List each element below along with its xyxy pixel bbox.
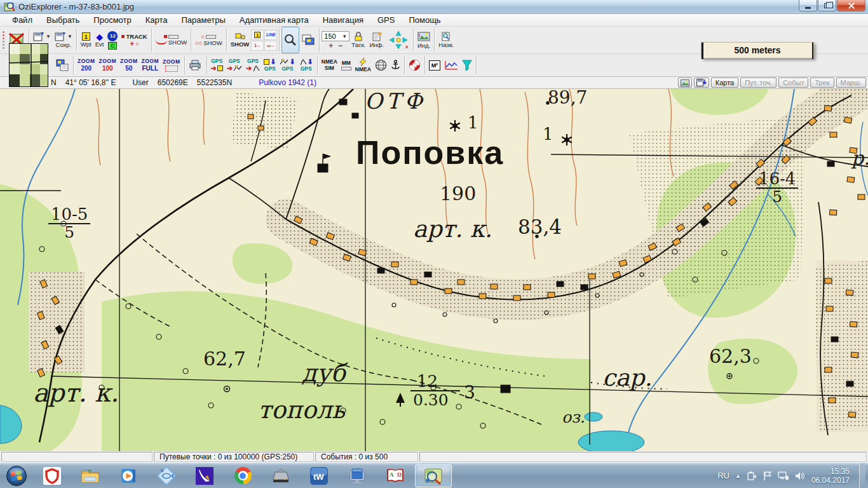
wave-icon xyxy=(156,40,167,44)
get-tracks-gps-button[interactable]: ⬇ GPS xyxy=(297,54,315,76)
send-waypoints-gps-button[interactable]: GPS ➔ xyxy=(209,54,225,76)
ball-track-button[interactable]: 12 C xyxy=(105,27,119,53)
menu-help[interactable]: Помощь xyxy=(402,14,447,26)
close-button[interactable] xyxy=(837,0,865,11)
zoom-50-button[interactable]: ZOOM50 xyxy=(118,54,140,76)
show-waypoints-button[interactable]: SHOW xyxy=(229,27,252,53)
taskbar-pen-app-button[interactable] xyxy=(186,464,223,487)
zoom-200-button[interactable]: ZOOM200 xyxy=(76,54,97,76)
waypoint-button[interactable]: 1 Wpt xyxy=(79,27,93,53)
menu-view[interactable]: Просмотр xyxy=(86,14,138,26)
image-options-button[interactable] xyxy=(678,78,692,88)
menu-options[interactable]: Параметры xyxy=(175,14,233,26)
info-button[interactable]: Инф. xyxy=(368,27,386,53)
map-canvas[interactable]: ОТФ 1 Поповка 190 арт. к. 83,4 89,7 1 16… xyxy=(0,89,868,451)
menu-map[interactable]: Карта xyxy=(139,14,175,26)
taskbar-projector-button[interactable] xyxy=(262,464,299,487)
taskbar-dictionary-button[interactable]: AΩ xyxy=(377,464,414,487)
zoom-select-button[interactable]: ZOOM xyxy=(161,54,182,76)
send-routes-gps-button[interactable]: GPS ➔ xyxy=(225,54,244,76)
taskbar-antivirus-button[interactable] xyxy=(34,464,71,487)
route-tab-button[interactable]: Марш. xyxy=(836,78,866,88)
save-button[interactable]: ▼ Сохр. xyxy=(53,27,74,53)
map-label-dub: дуб xyxy=(302,361,346,385)
track-bar-icon xyxy=(168,35,179,39)
nmea-simulator-button[interactable]: NMEA SIM xyxy=(320,54,339,76)
scale-one-button[interactable]: 1↔ xyxy=(251,41,264,51)
menu-select[interactable]: Выбрать xyxy=(39,14,86,26)
menu-navigation[interactable]: Навигация xyxy=(316,14,370,26)
map-label-elev-190: 190 xyxy=(440,184,476,203)
taskbar-keyboard-button[interactable] xyxy=(339,464,376,487)
line-button[interactable]: LINE xyxy=(264,30,277,40)
show-desktop-button[interactable] xyxy=(859,463,865,488)
hidden-icons-button[interactable]: ▲ xyxy=(735,473,741,479)
pan-arrows-button[interactable]: x xyxy=(386,27,411,53)
moving-map-button[interactable]: MM xyxy=(339,54,353,76)
minimize-button[interactable] xyxy=(799,0,817,11)
get-waypoints-gps-button[interactable]: ⬇ GPS xyxy=(262,54,278,76)
taskbar-chrome-button[interactable] xyxy=(224,464,261,487)
menu-file[interactable]: Файл xyxy=(5,14,39,26)
taskbar-explorer-button[interactable] xyxy=(72,464,109,487)
statusbar-waypoints: Путевые точки : 0 из 100000 (GPS:250) xyxy=(154,452,314,462)
save-position-button[interactable] xyxy=(694,78,709,88)
language-indicator[interactable]: RU xyxy=(717,471,729,480)
c-icon: C xyxy=(108,42,117,50)
map-label-tree-data: 12 0.30 3 xyxy=(410,373,460,409)
taskbar-clock[interactable]: 15:35 06.04.2017 xyxy=(811,467,853,485)
statusbar-empty xyxy=(1,452,153,462)
events-tab-button[interactable]: Событ xyxy=(778,78,808,88)
safely-remove-icon[interactable] xyxy=(747,471,757,481)
task-button[interactable]: Таск. xyxy=(349,27,367,53)
chrome-icon xyxy=(234,467,252,484)
track-tab-button[interactable]: Трек xyxy=(810,78,834,88)
mob-button[interactable] xyxy=(407,54,423,76)
start-button[interactable] xyxy=(0,463,33,488)
windows-logo-icon xyxy=(6,465,27,487)
chart-icon xyxy=(444,60,458,71)
altitude-profile-button[interactable] xyxy=(442,54,460,76)
folder-icon xyxy=(81,468,100,484)
map-copy-button[interactable] xyxy=(299,27,317,53)
event-button[interactable]: ◆ Evt xyxy=(93,27,106,53)
volume-icon[interactable] xyxy=(795,471,806,481)
page-one-button[interactable]: 1 xyxy=(251,30,264,40)
send-tracks-gps-button[interactable]: GPS ➔ xyxy=(244,54,262,76)
toolbar-grip[interactable] xyxy=(0,27,6,53)
scale-bar-button[interactable]: ▭↔ xyxy=(264,41,277,51)
menu-adaptive-map[interactable]: Адаптивная карта xyxy=(233,14,316,26)
area-measure-button[interactable]: M² xyxy=(427,54,442,76)
show-points-button[interactable]: ○ ○○SHOW xyxy=(193,27,224,53)
network-icon[interactable] xyxy=(778,471,789,481)
menu-gps[interactable]: GPS xyxy=(370,14,402,26)
zoom-full-button[interactable]: ZOOMFULL xyxy=(140,54,161,76)
taskbar-fish-app-button[interactable]: 6 xyxy=(148,464,185,487)
taskbar-media-player-button[interactable] xyxy=(110,464,147,487)
zoom-in-button[interactable]: + xyxy=(329,43,333,49)
map-view-copy-button[interactable] xyxy=(53,54,71,76)
index-map-button[interactable]: I Инд. xyxy=(416,27,432,53)
map-overview-thumbnail[interactable] xyxy=(9,43,48,87)
find-name-button[interactable]: Назв. xyxy=(437,27,456,53)
restore-button[interactable] xyxy=(818,0,836,11)
zoom-percent-select[interactable]: 150▼ xyxy=(322,31,349,41)
taskbar-oziexplorer-button[interactable] xyxy=(415,464,452,487)
taskbar-tw-app-button[interactable]: tW xyxy=(301,464,337,487)
nmea-monitor-button[interactable]: NMEA xyxy=(353,54,373,76)
time-value: 15:35 xyxy=(811,467,850,476)
print-button[interactable] xyxy=(187,54,205,76)
magnifier-button[interactable] xyxy=(281,27,299,53)
track-filter-button[interactable] xyxy=(460,54,474,76)
map-tab-button[interactable]: Карта xyxy=(711,78,738,88)
show-track-button[interactable]: SHOW xyxy=(154,27,189,53)
zoom-out-button[interactable]: − xyxy=(338,43,342,49)
get-routes-gps-button[interactable]: ⬇ GPS xyxy=(278,54,297,76)
waypoints-tab-button[interactable]: Пут. точ. xyxy=(740,78,776,88)
anchor-alarm-button[interactable] xyxy=(389,54,402,76)
zoom-100-button[interactable]: ZOOM100 xyxy=(97,54,119,76)
tw-icon: tW xyxy=(310,467,328,485)
track-button[interactable]: TRACK +○ xyxy=(119,27,149,53)
action-center-flag-icon[interactable] xyxy=(763,471,772,481)
position-globe-button[interactable] xyxy=(373,54,389,76)
